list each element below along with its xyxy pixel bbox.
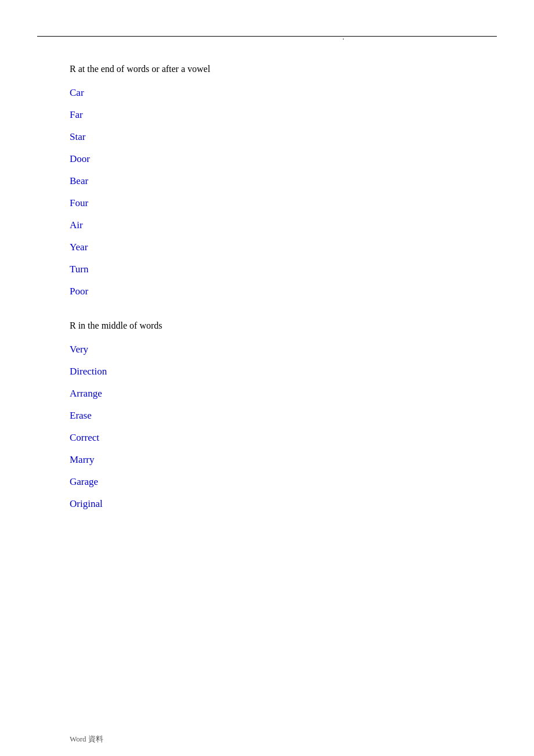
list-item: Poor <box>70 286 464 297</box>
section-2: R in the middle of words VeryDirectionAr… <box>70 321 464 510</box>
list-item: Far <box>70 109 464 121</box>
section-1: R at the end of words or after a vowel C… <box>70 64 464 297</box>
list-item: Garage <box>70 476 464 488</box>
word-link[interactable]: Very <box>70 344 88 355</box>
word-link[interactable]: Car <box>70 87 84 98</box>
word-link[interactable]: Erase <box>70 410 92 421</box>
list-item: Erase <box>70 410 464 422</box>
word-link[interactable]: Marry <box>70 454 94 465</box>
list-item: Direction <box>70 366 464 377</box>
word-link[interactable]: Star <box>70 131 85 142</box>
word-link[interactable]: Original <box>70 498 103 509</box>
list-item: Correct <box>70 432 464 444</box>
word-link[interactable]: Garage <box>70 476 98 487</box>
list-item: Very <box>70 344 464 355</box>
word-link[interactable]: Far <box>70 109 83 120</box>
list-item: Turn <box>70 264 464 275</box>
dot-decoration: . <box>342 33 344 42</box>
section-2-word-list: VeryDirectionArrangeEraseCorrectMarryGar… <box>70 344 464 510</box>
word-link[interactable]: Door <box>70 153 90 164</box>
footer: Word 資料 <box>70 734 103 744</box>
word-link[interactable]: Poor <box>70 286 88 297</box>
footer-text: Word 資料 <box>70 735 103 743</box>
word-link[interactable]: Turn <box>70 264 88 275</box>
list-item: Door <box>70 153 464 165</box>
top-divider <box>37 36 497 37</box>
list-item: Arrange <box>70 388 464 399</box>
list-item: Year <box>70 242 464 253</box>
list-item: Star <box>70 131 464 143</box>
word-link[interactable]: Arrange <box>70 388 102 399</box>
section-1-title: R at the end of words or after a vowel <box>70 64 464 74</box>
list-item: Car <box>70 87 464 99</box>
word-link[interactable]: Air <box>70 219 83 231</box>
section-1-word-list: CarFarStarDoorBearFourAirYearTurnPoor <box>70 87 464 297</box>
word-link[interactable]: Four <box>70 197 88 208</box>
list-item: Bear <box>70 175 464 187</box>
word-link[interactable]: Year <box>70 242 88 253</box>
list-item: Original <box>70 498 464 510</box>
main-content: R at the end of words or after a vowel C… <box>0 0 534 543</box>
list-item: Four <box>70 197 464 209</box>
list-item: Marry <box>70 454 464 466</box>
word-link[interactable]: Direction <box>70 366 107 377</box>
section-2-title: R in the middle of words <box>70 321 464 331</box>
list-item: Air <box>70 219 464 231</box>
word-link[interactable]: Correct <box>70 432 99 443</box>
word-link[interactable]: Bear <box>70 175 88 186</box>
